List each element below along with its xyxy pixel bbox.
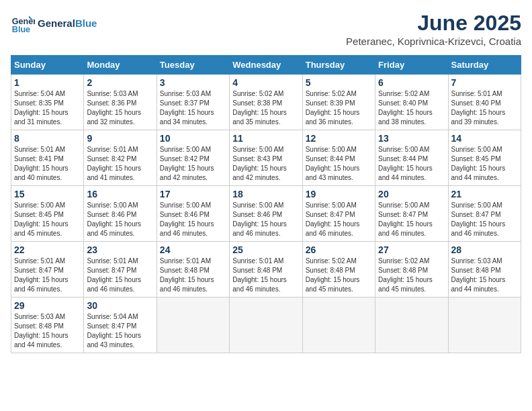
day-detail: Sunrise: 5:01 AM Sunset: 8:48 PM Dayligh… [232, 257, 299, 294]
calendar-cell: 2Sunrise: 5:03 AM Sunset: 8:36 PM Daylig… [84, 75, 157, 130]
day-number: 18 [232, 189, 299, 199]
calendar-cell: 13Sunrise: 5:00 AM Sunset: 8:44 PM Dayli… [375, 130, 448, 186]
day-detail: Sunrise: 5:02 AM Sunset: 8:40 PM Dayligh… [378, 89, 445, 127]
day-header-monday: Monday [84, 56, 157, 75]
calendar-cell: 10Sunrise: 5:00 AM Sunset: 8:42 PM Dayli… [157, 130, 229, 186]
logo-text: GeneralBlue [38, 17, 97, 29]
day-detail: Sunrise: 5:00 AM Sunset: 8:46 PM Dayligh… [160, 201, 226, 238]
calendar-week-5: 29Sunrise: 5:03 AM Sunset: 8:48 PM Dayli… [11, 298, 521, 353]
day-number: 23 [87, 244, 153, 255]
day-number: 28 [451, 244, 518, 255]
day-detail: Sunrise: 5:01 AM Sunset: 8:42 PM Dayligh… [87, 145, 153, 183]
day-detail: Sunrise: 5:00 AM Sunset: 8:46 PM Dayligh… [87, 201, 153, 238]
day-detail: Sunrise: 5:00 AM Sunset: 8:45 PM Dayligh… [451, 145, 518, 183]
day-detail: Sunrise: 5:01 AM Sunset: 8:40 PM Dayligh… [451, 89, 518, 127]
day-number: 10 [160, 133, 226, 144]
day-detail: Sunrise: 5:00 AM Sunset: 8:47 PM Dayligh… [451, 201, 518, 238]
day-detail: Sunrise: 5:02 AM Sunset: 8:48 PM Dayligh… [378, 257, 445, 294]
day-header-tuesday: Tuesday [157, 56, 229, 75]
calendar-table: SundayMondayTuesdayWednesdayThursdayFrid… [11, 55, 521, 353]
calendar-week-4: 22Sunrise: 5:01 AM Sunset: 8:47 PM Dayli… [11, 242, 521, 298]
calendar-cell: 14Sunrise: 5:00 AM Sunset: 8:45 PM Dayli… [448, 130, 521, 186]
day-header-friday: Friday [375, 56, 448, 75]
day-header-saturday: Saturday [448, 56, 521, 75]
day-detail: Sunrise: 5:01 AM Sunset: 8:47 PM Dayligh… [14, 257, 81, 294]
day-number: 3 [160, 77, 226, 88]
calendar-cell: 7Sunrise: 5:01 AM Sunset: 8:40 PM Daylig… [448, 75, 521, 130]
day-detail: Sunrise: 5:04 AM Sunset: 8:47 PM Dayligh… [87, 312, 153, 350]
calendar-body: 1Sunrise: 5:04 AM Sunset: 8:35 PM Daylig… [11, 75, 521, 353]
calendar-cell: 17Sunrise: 5:00 AM Sunset: 8:46 PM Dayli… [157, 186, 229, 242]
calendar-cell: 4Sunrise: 5:02 AM Sunset: 8:38 PM Daylig… [230, 75, 302, 130]
calendar-cell: 20Sunrise: 5:00 AM Sunset: 8:47 PM Dayli… [375, 186, 448, 242]
calendar-cell: 15Sunrise: 5:00 AM Sunset: 8:45 PM Dayli… [11, 186, 84, 242]
day-number: 14 [451, 133, 518, 144]
day-detail: Sunrise: 5:01 AM Sunset: 8:41 PM Dayligh… [14, 145, 81, 183]
day-detail: Sunrise: 5:02 AM Sunset: 8:48 PM Dayligh… [306, 257, 372, 294]
month-title: June 2025 [346, 11, 521, 36]
day-number: 17 [160, 189, 226, 199]
day-detail: Sunrise: 5:01 AM Sunset: 8:48 PM Dayligh… [160, 257, 226, 294]
calendar-cell [157, 298, 229, 353]
calendar-cell: 9Sunrise: 5:01 AM Sunset: 8:42 PM Daylig… [84, 130, 157, 186]
day-number: 21 [451, 189, 518, 199]
day-detail: Sunrise: 5:03 AM Sunset: 8:37 PM Dayligh… [160, 89, 226, 127]
day-number: 20 [378, 189, 445, 199]
day-header-thursday: Thursday [302, 56, 375, 75]
day-detail: Sunrise: 5:04 AM Sunset: 8:35 PM Dayligh… [14, 89, 81, 127]
title-area: June 2025 Peteranec, Koprivnica-Krizevci… [346, 11, 521, 47]
calendar-cell: 3Sunrise: 5:03 AM Sunset: 8:37 PM Daylig… [157, 75, 229, 130]
calendar-cell: 30Sunrise: 5:04 AM Sunset: 8:47 PM Dayli… [84, 298, 157, 353]
day-detail: Sunrise: 5:00 AM Sunset: 8:44 PM Dayligh… [306, 145, 372, 183]
calendar-cell: 18Sunrise: 5:00 AM Sunset: 8:46 PM Dayli… [230, 186, 302, 242]
calendar-cell [375, 298, 448, 353]
page-header: General Blue GeneralBlue June 2025 Peter… [11, 11, 521, 47]
calendar-cell: 29Sunrise: 5:03 AM Sunset: 8:48 PM Dayli… [11, 298, 84, 353]
calendar-cell: 5Sunrise: 5:02 AM Sunset: 8:39 PM Daylig… [302, 75, 375, 130]
day-number: 24 [160, 244, 226, 255]
day-number: 19 [306, 189, 372, 199]
day-detail: Sunrise: 5:00 AM Sunset: 8:46 PM Dayligh… [232, 201, 299, 238]
calendar-header-row: SundayMondayTuesdayWednesdayThursdayFrid… [11, 56, 521, 75]
day-detail: Sunrise: 5:00 AM Sunset: 8:45 PM Dayligh… [14, 201, 81, 238]
day-detail: Sunrise: 5:02 AM Sunset: 8:39 PM Dayligh… [306, 89, 372, 127]
day-header-wednesday: Wednesday [230, 56, 302, 75]
day-detail: Sunrise: 5:00 AM Sunset: 8:47 PM Dayligh… [306, 201, 372, 238]
day-number: 16 [87, 189, 153, 199]
day-number: 15 [14, 189, 81, 199]
calendar-week-2: 8Sunrise: 5:01 AM Sunset: 8:41 PM Daylig… [11, 130, 521, 186]
day-header-sunday: Sunday [11, 56, 84, 75]
calendar-cell: 23Sunrise: 5:01 AM Sunset: 8:47 PM Dayli… [84, 242, 157, 298]
day-number: 7 [451, 77, 518, 88]
day-number: 30 [87, 300, 153, 311]
day-number: 9 [87, 133, 153, 144]
calendar-cell: 1Sunrise: 5:04 AM Sunset: 8:35 PM Daylig… [11, 75, 84, 130]
logo-icon: General Blue [11, 11, 35, 35]
calendar-cell [448, 298, 521, 353]
day-detail: Sunrise: 5:03 AM Sunset: 8:48 PM Dayligh… [14, 312, 81, 350]
calendar-cell [230, 298, 302, 353]
day-detail: Sunrise: 5:00 AM Sunset: 8:47 PM Dayligh… [378, 201, 445, 238]
day-number: 8 [14, 133, 81, 144]
calendar-cell: 19Sunrise: 5:00 AM Sunset: 8:47 PM Dayli… [302, 186, 375, 242]
calendar-week-3: 15Sunrise: 5:00 AM Sunset: 8:45 PM Dayli… [11, 186, 521, 242]
calendar-cell: 11Sunrise: 5:00 AM Sunset: 8:43 PM Dayli… [230, 130, 302, 186]
calendar-cell: 22Sunrise: 5:01 AM Sunset: 8:47 PM Dayli… [11, 242, 84, 298]
day-detail: Sunrise: 5:00 AM Sunset: 8:42 PM Dayligh… [160, 145, 226, 183]
svg-text:Blue: Blue [12, 25, 30, 34]
day-detail: Sunrise: 5:02 AM Sunset: 8:38 PM Dayligh… [232, 89, 299, 127]
day-number: 1 [14, 77, 81, 88]
day-number: 22 [14, 244, 81, 255]
calendar-cell: 12Sunrise: 5:00 AM Sunset: 8:44 PM Dayli… [302, 130, 375, 186]
calendar-cell: 27Sunrise: 5:02 AM Sunset: 8:48 PM Dayli… [375, 242, 448, 298]
day-number: 5 [306, 77, 372, 88]
calendar-cell [302, 298, 375, 353]
day-detail: Sunrise: 5:03 AM Sunset: 8:48 PM Dayligh… [451, 257, 518, 294]
day-detail: Sunrise: 5:03 AM Sunset: 8:36 PM Dayligh… [87, 89, 153, 127]
day-number: 13 [378, 133, 445, 144]
day-number: 27 [378, 244, 445, 255]
day-number: 11 [232, 133, 299, 144]
calendar-cell: 28Sunrise: 5:03 AM Sunset: 8:48 PM Dayli… [448, 242, 521, 298]
day-detail: Sunrise: 5:01 AM Sunset: 8:47 PM Dayligh… [87, 257, 153, 294]
calendar-cell: 24Sunrise: 5:01 AM Sunset: 8:48 PM Dayli… [157, 242, 229, 298]
